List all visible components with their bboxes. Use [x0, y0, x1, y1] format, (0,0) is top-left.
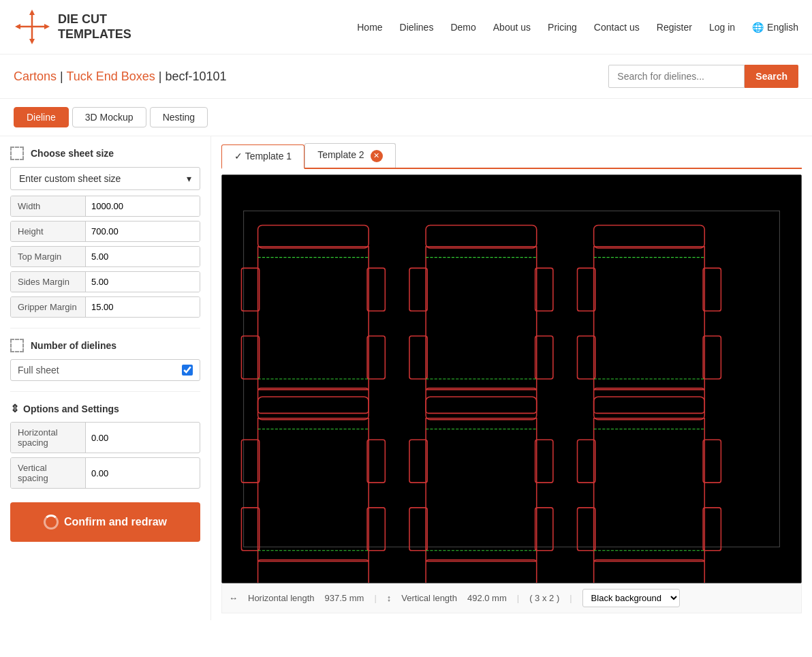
template-1-checkmark: ✓: [234, 151, 245, 162]
search-button[interactable]: Search: [745, 65, 798, 88]
nav-home[interactable]: Home: [357, 22, 382, 33]
svg-marker-5: [44, 24, 50, 29]
width-label: Width: [11, 196, 86, 216]
gripper-margin-field: Gripper Margin mm: [10, 296, 200, 318]
nav-about[interactable]: About us: [493, 22, 531, 33]
full-sheet-label: Full sheet: [18, 365, 59, 376]
die-cut-svg: [222, 175, 801, 583]
dielines-icon: [10, 339, 24, 352]
nav-pricing[interactable]: Pricing: [548, 22, 577, 33]
template-tabs: ✓ Template 1 Template 2 ✕: [221, 143, 802, 169]
options-title: ⇕ Options and Settings: [10, 402, 200, 415]
template-tab-1[interactable]: ✓ Template 1: [221, 144, 304, 169]
template-tab-2[interactable]: Template 2 ✕: [304, 143, 395, 168]
vertical-spacing-field: Vertical spacing mm: [10, 457, 200, 489]
horizontal-spacing-field: Horizontal spacing mm: [10, 422, 200, 453]
gripper-margin-label: Gripper Margin: [11, 297, 86, 317]
right-panel: ✓ Template 1 Template 2 ✕: [211, 136, 812, 620]
main-content: Choose sheet size Enter custom sheet siz…: [0, 136, 812, 620]
top-margin-field: Top Margin mm: [10, 246, 200, 267]
sides-margin-field: Sides Margin mm: [10, 271, 200, 292]
top-margin-label: Top Margin: [11, 247, 86, 266]
sides-margin-label: Sides Margin: [11, 272, 86, 292]
background-selector[interactable]: Black background White background: [582, 589, 680, 607]
status-divider3: |: [569, 593, 572, 603]
full-sheet-row: Full sheet: [10, 359, 200, 381]
header: DIE CUT TEMPLATES Home Dielines Demo Abo…: [0, 0, 812, 55]
loading-spinner: [44, 515, 59, 530]
vertical-spacing-label: Vertical spacing: [11, 458, 86, 488]
dropdown-chevron-icon: ▾: [187, 173, 191, 184]
language-selector[interactable]: 🌐 English: [752, 22, 798, 33]
height-label: Height: [11, 221, 86, 241]
left-panel: Choose sheet size Enter custom sheet siz…: [0, 136, 211, 620]
search-input[interactable]: [608, 65, 745, 88]
height-field: Height mm: [10, 221, 200, 242]
logo-icon: [14, 8, 51, 46]
tab-nesting[interactable]: Nesting: [150, 107, 208, 127]
breadcrumb-sep2: |: [159, 70, 166, 83]
horizontal-length-value: 937.5 mm: [325, 593, 364, 603]
sheet-size-title: Choose sheet size: [10, 147, 200, 160]
gripper-margin-input[interactable]: [86, 297, 200, 317]
vertical-arrow-icon: ↕: [387, 593, 392, 603]
search-bar: Search: [608, 65, 798, 88]
status-bar: ↔ Horizontal length 937.5 mm | ↕ Vertica…: [221, 583, 802, 613]
options-icon: ⇕: [10, 402, 19, 415]
die-canvas-area: [221, 174, 802, 583]
confirm-button-label: Confirm and redraw: [64, 516, 167, 528]
tab-dieline[interactable]: Dieline: [14, 107, 69, 127]
grid-label: ( 3 x 2 ): [529, 593, 559, 603]
template-2-badge: ✕: [371, 150, 383, 162]
breadcrumb-tuck-end[interactable]: Tuck End Boxes: [66, 70, 155, 83]
nav-login[interactable]: Log in: [709, 22, 735, 33]
breadcrumb-code: becf-10101: [166, 70, 227, 83]
dielines-title: Number of dielines: [10, 339, 200, 352]
main-tabs: Dieline 3D Mockup Nesting: [0, 99, 812, 136]
nav-demo[interactable]: Demo: [450, 22, 475, 33]
horizontal-arrow-icon: ↔: [229, 593, 238, 603]
nav-contact[interactable]: Contact us: [594, 22, 640, 33]
svg-marker-4: [15, 24, 20, 29]
svg-marker-2: [29, 10, 35, 15]
vertical-length-value: 492.0 mm: [467, 593, 507, 603]
width-input[interactable]: [86, 196, 200, 216]
options-section: ⇕ Options and Settings Horizontal spacin…: [10, 402, 200, 489]
width-field: Width mm: [10, 196, 200, 217]
main-nav: Home Dielines Demo About us Pricing Cont…: [357, 22, 798, 33]
horizontal-length-label: Horizontal length: [248, 593, 315, 603]
logo: DIE CUT TEMPLATES: [14, 8, 131, 46]
breadcrumb-cartons[interactable]: Cartons: [14, 70, 57, 83]
logo-text: DIE CUT TEMPLATES: [58, 12, 131, 42]
top-margin-input[interactable]: [86, 247, 200, 266]
breadcrumb: Cartons | Tuck End Boxes | becf-10101: [14, 70, 227, 84]
template-2-label: Template 2: [317, 149, 364, 160]
vertical-spacing-input[interactable]: [86, 463, 200, 483]
breadcrumb-bar: Cartons | Tuck End Boxes | becf-10101 Se…: [0, 55, 812, 99]
status-divider2: |: [517, 593, 519, 603]
globe-icon: 🌐: [752, 22, 764, 33]
breadcrumb-sep1: |: [60, 70, 66, 83]
horizontal-spacing-input[interactable]: [86, 428, 200, 448]
status-divider1: |: [374, 593, 376, 603]
full-sheet-checkbox[interactable]: [182, 365, 193, 376]
divider1: [10, 328, 200, 328]
sheet-size-dropdown[interactable]: Enter custom sheet size ▾: [10, 167, 200, 190]
horizontal-spacing-label: Horizontal spacing: [11, 423, 86, 453]
confirm-redraw-button[interactable]: Confirm and redraw: [10, 502, 200, 542]
template-1-label: Template 1: [245, 151, 292, 162]
tab-3d-mockup[interactable]: 3D Mockup: [72, 107, 146, 127]
nav-dielines[interactable]: Dielines: [400, 22, 434, 33]
svg-marker-3: [29, 39, 35, 44]
sides-margin-input[interactable]: [86, 272, 200, 292]
nav-register[interactable]: Register: [657, 22, 692, 33]
vertical-length-label: Vertical length: [401, 593, 457, 603]
divider2: [10, 391, 200, 392]
sheet-size-icon: [10, 147, 24, 160]
height-input[interactable]: [86, 221, 200, 241]
